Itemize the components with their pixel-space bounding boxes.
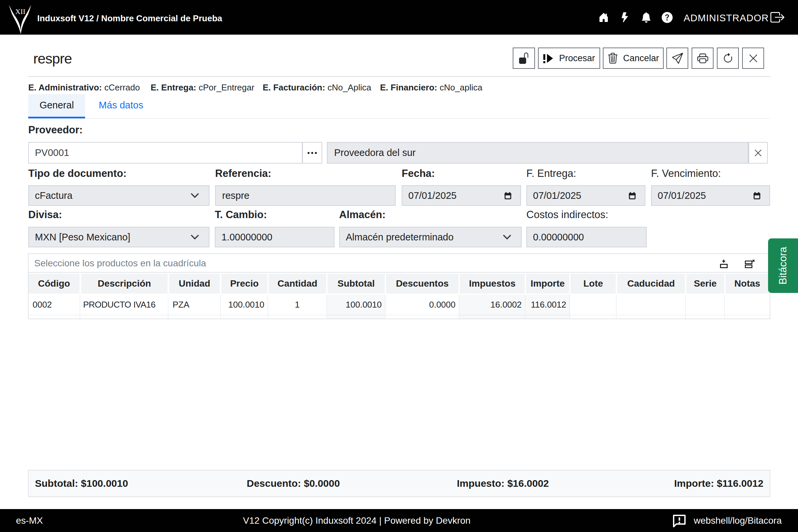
svg-text:XII: XII — [15, 7, 25, 16]
